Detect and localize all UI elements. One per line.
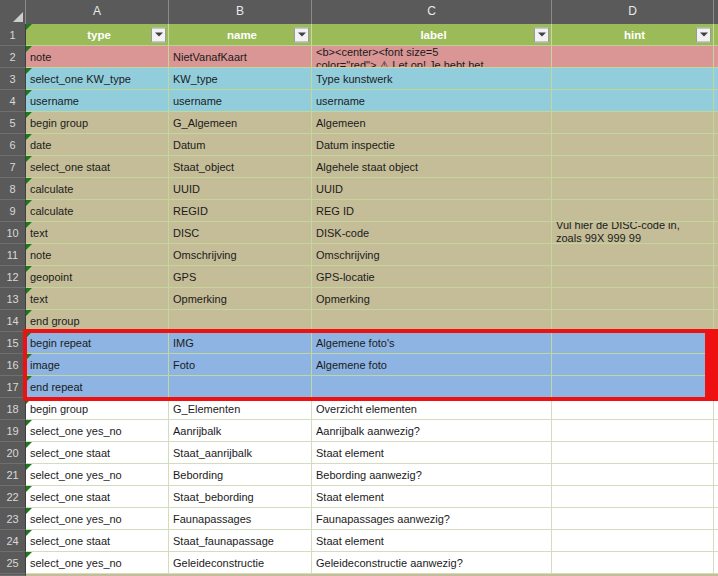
cell-D14-hint[interactable]	[552, 310, 714, 332]
cell-D21-hint[interactable]	[552, 464, 714, 486]
cell-A9-type[interactable]: calculate	[26, 200, 169, 222]
cell-C15-label[interactable]: Algemene foto's	[312, 332, 552, 354]
cell-C14-label[interactable]	[312, 310, 552, 332]
cell-D10-hint[interactable]: Vul hier de DISC-code in,zoals 99X 999 9…	[552, 222, 714, 244]
row-number-7[interactable]: 7	[0, 156, 26, 178]
cell-C19-label[interactable]: Aanrijbalk aanwezig?	[312, 420, 552, 442]
cell-C20-label[interactable]: Staat element	[312, 442, 552, 464]
cell-A11-type[interactable]: note	[26, 244, 169, 266]
row-number-20[interactable]: 20	[0, 442, 26, 464]
cell-A16-type[interactable]: image	[26, 354, 169, 376]
cell-B22-name[interactable]: Staat_bebording	[169, 486, 312, 508]
cell-B12-name[interactable]: GPS	[169, 266, 312, 288]
row-number-17[interactable]: 17	[0, 376, 26, 398]
cell-C8-label[interactable]: UUID	[312, 178, 552, 200]
cell-C23-label[interactable]: Faunapassages aanwezig?	[312, 508, 552, 530]
cell-A4-type[interactable]: username	[26, 90, 169, 112]
cell-B6-name[interactable]: Datum	[169, 134, 312, 156]
cell-B19-name[interactable]: Aanrijbalk	[169, 420, 312, 442]
row-number-10[interactable]: 10	[0, 222, 26, 244]
header-cell-name[interactable]: name	[169, 24, 312, 46]
row-number-14[interactable]: 14	[0, 310, 26, 332]
row-number-5[interactable]: 5	[0, 112, 26, 134]
row-number-23[interactable]: 23	[0, 508, 26, 530]
row-number-6[interactable]: 6	[0, 134, 26, 156]
cell-B20-name[interactable]: Staat_aanrijbalk	[169, 442, 312, 464]
cell-C12-label[interactable]: GPS-locatie	[312, 266, 552, 288]
cell-D22-hint[interactable]	[552, 486, 714, 508]
cell-A20-type[interactable]: select_one staat	[26, 442, 169, 464]
cell-A12-type[interactable]: geopoint	[26, 266, 169, 288]
cell-A21-type[interactable]: select_one yes_no	[26, 464, 169, 486]
row-number-19[interactable]: 19	[0, 420, 26, 442]
row-number-13[interactable]: 13	[0, 288, 26, 310]
cell-C6-label[interactable]: Datum inspectie	[312, 134, 552, 156]
cell-A18-type[interactable]: begin group	[26, 398, 169, 420]
cell-B24-name[interactable]: Staat_faunapassage	[169, 530, 312, 552]
cell-C16-label[interactable]: Algemene foto	[312, 354, 552, 376]
filter-dropdown-button[interactable]	[294, 27, 309, 42]
cell-D19-hint[interactable]	[552, 420, 714, 442]
header-cell-type[interactable]: type	[26, 24, 169, 46]
cell-B14-name[interactable]	[169, 310, 312, 332]
row-number-18[interactable]: 18	[0, 398, 26, 420]
cell-D24-hint[interactable]	[552, 530, 714, 552]
select-all-corner[interactable]	[0, 0, 26, 24]
cell-B25-name[interactable]: Geleideconstructie	[169, 552, 312, 574]
cell-B8-name[interactable]: UUID	[169, 178, 312, 200]
cell-C10-label[interactable]: DISK-code	[312, 222, 552, 244]
cell-B10-name[interactable]: DISC	[169, 222, 312, 244]
header-cell-hint[interactable]: hint	[552, 24, 714, 46]
filter-dropdown-button[interactable]	[696, 27, 711, 42]
cell-C9-label[interactable]: REG ID	[312, 200, 552, 222]
cell-D6-hint[interactable]	[552, 134, 714, 156]
cell-C13-label[interactable]: Opmerking	[312, 288, 552, 310]
cell-B3-name[interactable]: KW_type	[169, 68, 312, 90]
cell-C7-label[interactable]: Algehele staat object	[312, 156, 552, 178]
cell-A3-type[interactable]: select_one KW_type	[26, 68, 169, 90]
cell-D2-hint[interactable]	[552, 46, 714, 68]
cell-C21-label[interactable]: Bebording aanwezig?	[312, 464, 552, 486]
row-number-12[interactable]: 12	[0, 266, 26, 288]
row-number-4[interactable]: 4	[0, 90, 26, 112]
column-header-D[interactable]: D	[552, 0, 714, 24]
cell-C18-label[interactable]: Overzicht elementen	[312, 398, 552, 420]
cell-A24-type[interactable]: select_one staat	[26, 530, 169, 552]
cell-B21-name[interactable]: Bebording	[169, 464, 312, 486]
row-number-24[interactable]: 24	[0, 530, 26, 552]
cell-D13-hint[interactable]	[552, 288, 714, 310]
cell-D3-hint[interactable]	[552, 68, 714, 90]
cell-A15-type[interactable]: begin repeat	[26, 332, 169, 354]
row-number-11[interactable]: 11	[0, 244, 26, 266]
cell-B5-name[interactable]: G_Algemeen	[169, 112, 312, 134]
cell-B2-name[interactable]: NietVanafKaart	[169, 46, 312, 68]
header-cell-label[interactable]: label	[312, 24, 552, 46]
column-header-A[interactable]: A	[26, 0, 169, 24]
cell-D23-hint[interactable]	[552, 508, 714, 530]
cell-A13-type[interactable]: text	[26, 288, 169, 310]
cell-C4-label[interactable]: username	[312, 90, 552, 112]
cell-A5-type[interactable]: begin group	[26, 112, 169, 134]
filter-dropdown-button[interactable]	[151, 27, 166, 42]
cell-D16-hint[interactable]	[552, 354, 714, 376]
cell-D17-hint[interactable]	[552, 376, 714, 398]
cell-B13-name[interactable]: Opmerking	[169, 288, 312, 310]
cell-C22-label[interactable]: Staat element	[312, 486, 552, 508]
row-number-3[interactable]: 3	[0, 68, 26, 90]
cell-C17-label[interactable]	[312, 376, 552, 398]
row-number-15[interactable]: 15	[0, 332, 26, 354]
cell-C11-label[interactable]: Omschrijving	[312, 244, 552, 266]
row-number-16[interactable]: 16	[0, 354, 26, 376]
cell-A14-type[interactable]: end group	[26, 310, 169, 332]
cell-A25-type[interactable]: select_one yes_no	[26, 552, 169, 574]
cell-D7-hint[interactable]	[552, 156, 714, 178]
cell-B9-name[interactable]: REGID	[169, 200, 312, 222]
cell-A17-type[interactable]: end repeat	[26, 376, 169, 398]
cell-A22-type[interactable]: select_one staat	[26, 486, 169, 508]
cell-B7-name[interactable]: Staat_object	[169, 156, 312, 178]
cell-A23-type[interactable]: select_one yes_no	[26, 508, 169, 530]
cell-D20-hint[interactable]	[552, 442, 714, 464]
row-number-9[interactable]: 9	[0, 200, 26, 222]
cell-C25-label[interactable]: Geleideconstructie aanwezig?	[312, 552, 552, 574]
row-number-22[interactable]: 22	[0, 486, 26, 508]
